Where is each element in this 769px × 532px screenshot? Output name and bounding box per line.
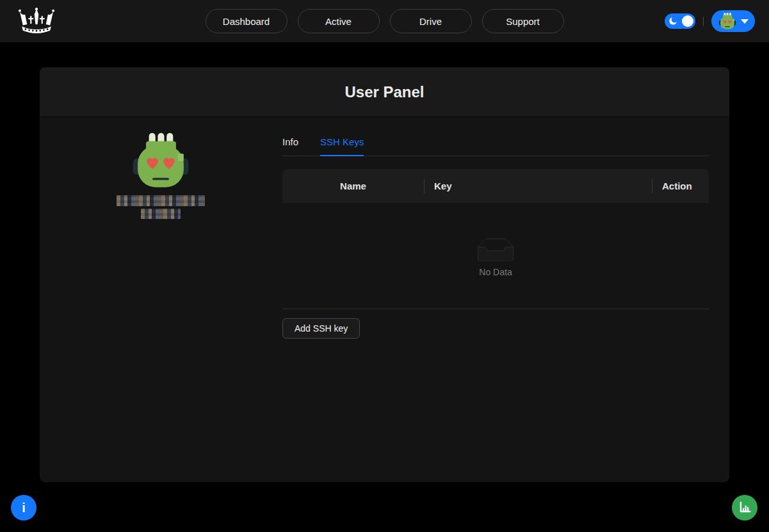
tab-bar: Info SSH Keys	[282, 136, 709, 156]
ssh-keys-section: Info SSH Keys Name Key Action No Data Ad…	[282, 117, 729, 481]
chevron-down-icon	[741, 19, 749, 24]
nav-button-drive[interactable]: Drive	[390, 9, 472, 33]
empty-state-text: No Data	[479, 267, 512, 277]
robot-avatar-icon	[718, 12, 736, 30]
nav-button-active[interactable]: Active	[298, 9, 380, 33]
bar-chart-icon	[738, 501, 752, 515]
info-icon: i	[22, 501, 26, 515]
stats-fab-button[interactable]	[732, 495, 757, 520]
toggle-knob	[682, 15, 693, 27]
nav-button-support[interactable]: Support	[482, 9, 564, 33]
moon-icon	[668, 16, 678, 26]
nav-button-dashboard[interactable]: Dashboard	[206, 9, 287, 33]
username-redacted-line1	[117, 195, 205, 206]
theme-toggle[interactable]	[665, 13, 695, 29]
ssh-table-header: Name Key Action	[282, 169, 709, 203]
panel-body: Info SSH Keys Name Key Action No Data Ad…	[40, 117, 729, 481]
top-navbar: Dashboard Active Drive Support	[0, 0, 769, 42]
vertical-divider	[703, 17, 704, 26]
user-panel-card: User Panel Info SSH Keys Name Key Action…	[40, 67, 729, 482]
add-ssh-key-button[interactable]: Add SSH key	[282, 318, 360, 339]
user-summary	[40, 117, 282, 481]
column-header-name: Name	[282, 169, 424, 203]
username-redacted-line2	[141, 209, 181, 219]
user-menu[interactable]	[711, 10, 755, 32]
user-avatar	[131, 131, 190, 190]
panel-header: User Panel	[40, 67, 729, 117]
page-title: User Panel	[344, 83, 424, 101]
column-header-action: Action	[652, 169, 709, 203]
column-header-key: Key	[424, 169, 652, 203]
navbar-right-controls	[665, 0, 755, 42]
crown-logo-icon	[17, 5, 56, 37]
ssh-table-empty-state: No Data	[282, 203, 709, 309]
tab-info[interactable]: Info	[282, 136, 298, 156]
info-fab-button[interactable]: i	[11, 495, 36, 520]
tab-ssh-keys[interactable]: SSH Keys	[320, 136, 364, 156]
empty-inbox-icon	[475, 235, 516, 261]
main-navigation: Dashboard Active Drive Support	[206, 9, 564, 33]
